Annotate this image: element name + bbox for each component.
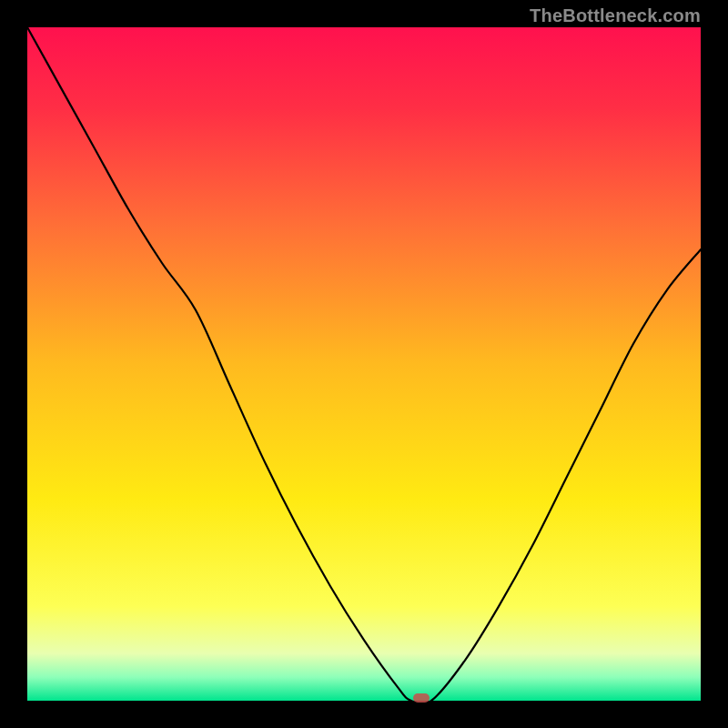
watermark-text: TheBottleneck.com	[530, 5, 701, 26]
bottleneck-chart	[27, 27, 701, 701]
chart-background	[27, 27, 701, 701]
optimal-marker	[413, 693, 430, 703]
